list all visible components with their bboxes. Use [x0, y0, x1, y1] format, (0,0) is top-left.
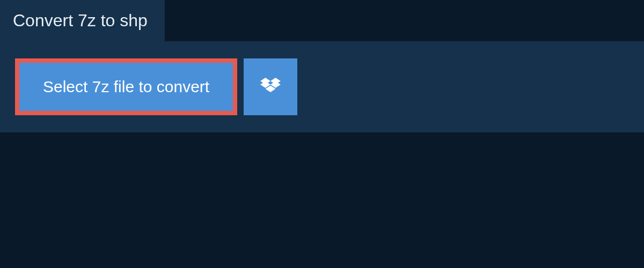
main-panel: Select 7z file to convert — [0, 41, 644, 132]
select-file-button[interactable]: Select 7z file to convert — [15, 58, 237, 115]
select-file-label: Select 7z file to convert — [43, 78, 209, 96]
dropbox-icon — [260, 78, 281, 96]
button-row: Select 7z file to convert — [15, 58, 629, 115]
tab-header[interactable]: Convert 7z to shp — [0, 0, 165, 41]
tab-title: Convert 7z to shp — [13, 11, 148, 30]
dropbox-button[interactable] — [244, 58, 297, 115]
